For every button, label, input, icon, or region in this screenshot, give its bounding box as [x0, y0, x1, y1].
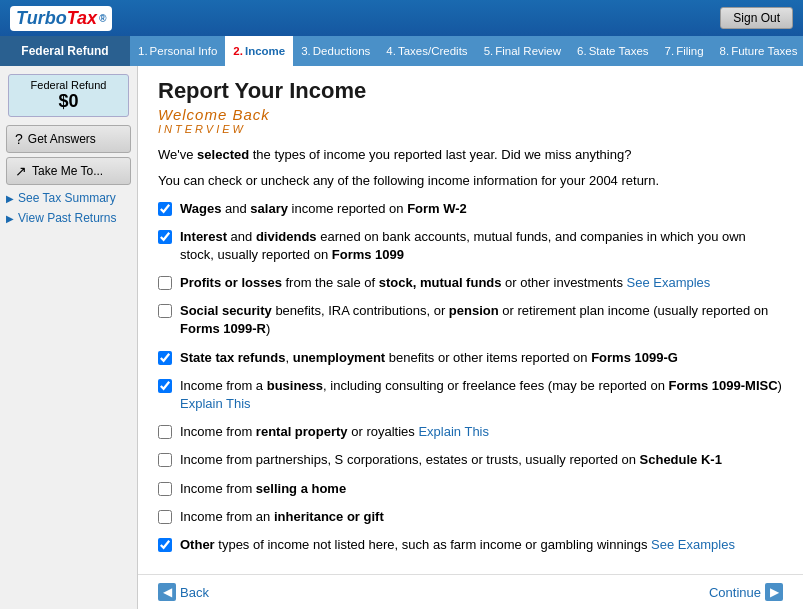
arrow-right-icon: ▶ — [6, 193, 14, 204]
tab-num: 3. — [301, 45, 311, 57]
list-item: Income from partnerships, S corporations… — [158, 451, 783, 469]
intro-text: We've selected the types of income you r… — [158, 145, 783, 165]
get-answers-button[interactable]: ? Get Answers — [6, 125, 131, 153]
continue-label: Continue — [709, 585, 761, 600]
arrow-right-icon: ▶ — [6, 213, 14, 224]
list-item: State tax refunds, unemployment benefits… — [158, 349, 783, 367]
wages-label[interactable]: Wages and salary income reported on Form… — [180, 200, 467, 218]
see-examples-link[interactable]: See Examples — [627, 275, 711, 290]
get-answers-label: Get Answers — [28, 132, 96, 146]
rental-checkbox[interactable] — [158, 425, 172, 439]
sign-out-button[interactable]: Sign Out — [720, 7, 793, 29]
tab-num: 6. — [577, 45, 587, 57]
logo-turbo: Turbo — [16, 8, 67, 28]
logo-tax: Tax — [67, 8, 97, 28]
logo-registered: ® — [99, 13, 106, 24]
state-refunds-label[interactable]: State tax refunds, unemployment benefits… — [180, 349, 678, 367]
tab-label: Income — [245, 45, 285, 57]
social-checkbox[interactable] — [158, 304, 172, 318]
tab-label: Final Review — [495, 45, 561, 57]
tab-label: Future Taxes — [731, 45, 797, 57]
list-item: Wages and salary income reported on Form… — [158, 200, 783, 218]
tab-final-review[interactable]: 5. Final Review — [476, 36, 569, 66]
tab-num: 4. — [386, 45, 396, 57]
partnerships-checkbox[interactable] — [158, 453, 172, 467]
tab-taxes-credits[interactable]: 4. Taxes/Credits — [378, 36, 475, 66]
selling-checkbox[interactable] — [158, 482, 172, 496]
partnerships-label[interactable]: Income from partnerships, S corporations… — [180, 451, 722, 469]
main-layout: Federal Refund $0 ? Get Answers ↗ Take M… — [0, 66, 803, 609]
business-checkbox[interactable] — [158, 379, 172, 393]
list-item: Income from an inheritance or gift — [158, 508, 783, 526]
profits-checkbox[interactable] — [158, 276, 172, 290]
tab-label: Taxes/Credits — [398, 45, 468, 57]
list-item: Other types of income not listed here, s… — [158, 536, 783, 554]
take-me-to-label: Take Me To... — [32, 164, 103, 178]
income-list: Wages and salary income reported on Form… — [158, 200, 783, 555]
continue-button[interactable]: Continue ▶ — [709, 583, 783, 601]
back-label: Back — [180, 585, 209, 600]
tab-personal-info[interactable]: 1. Personal Info — [130, 36, 225, 66]
social-label[interactable]: Social security benefits, IRA contributi… — [180, 302, 783, 338]
tab-income[interactable]: 2. Income — [225, 36, 293, 66]
list-item: Profits or losses from the sale of stock… — [158, 274, 783, 292]
profits-label[interactable]: Profits or losses from the sale of stock… — [180, 274, 710, 292]
rental-label[interactable]: Income from rental property or royalties… — [180, 423, 489, 441]
business-label[interactable]: Income from a business, including consul… — [180, 377, 783, 413]
sidebar: Federal Refund $0 ? Get Answers ↗ Take M… — [0, 66, 138, 609]
turbotax-logo: TurboTax ® — [10, 6, 112, 31]
tab-num: 5. — [484, 45, 494, 57]
tab-filing[interactable]: 7. Filing — [657, 36, 712, 66]
tab-num: 1. — [138, 45, 148, 57]
explain-this-link-rental[interactable]: Explain This — [418, 424, 489, 439]
question-icon: ? — [15, 131, 23, 147]
main-content: Report Your Income Welcome Back INTERVIE… — [138, 66, 803, 574]
arrow-icon: ↗ — [15, 163, 27, 179]
logo-text: TurboTax — [16, 8, 97, 29]
state-refunds-checkbox[interactable] — [158, 351, 172, 365]
see-tax-summary-label: See Tax Summary — [18, 191, 116, 205]
view-past-returns-label: View Past Returns — [18, 211, 117, 225]
sub-text: You can check or uncheck any of the foll… — [158, 173, 783, 188]
tab-num: 7. — [665, 45, 675, 57]
federal-refund-label: Federal Refund — [0, 36, 130, 66]
tab-num: 2. — [233, 45, 243, 57]
selling-label[interactable]: Income from selling a home — [180, 480, 346, 498]
other-label[interactable]: Other types of income not listed here, s… — [180, 536, 735, 554]
app-header: TurboTax ® Sign Out — [0, 0, 803, 36]
interest-checkbox[interactable] — [158, 230, 172, 244]
tab-label: State Taxes — [589, 45, 649, 57]
back-arrow-icon: ◀ — [158, 583, 176, 601]
inheritance-checkbox[interactable] — [158, 510, 172, 524]
nav-tabs: Federal Refund 1. Personal Info 2. Incom… — [0, 36, 803, 66]
interest-label[interactable]: Interest and dividends earned on bank ac… — [180, 228, 783, 264]
wages-checkbox[interactable] — [158, 202, 172, 216]
welcome-back: Welcome Back INTERVIEW — [158, 106, 783, 135]
explain-this-link[interactable]: Explain This — [180, 396, 251, 411]
tab-state-taxes[interactable]: 6. State Taxes — [569, 36, 656, 66]
refund-box: Federal Refund $0 — [8, 74, 129, 117]
tab-future-taxes[interactable]: 8. Future Taxes — [712, 36, 803, 66]
inheritance-label[interactable]: Income from an inheritance or gift — [180, 508, 384, 526]
list-item: Income from rental property or royalties… — [158, 423, 783, 441]
back-button[interactable]: ◀ Back — [158, 583, 209, 601]
content-area: Report Your Income Welcome Back INTERVIE… — [138, 66, 803, 609]
see-examples-other-link[interactable]: See Examples — [651, 537, 735, 552]
page-title: Report Your Income — [158, 78, 783, 104]
tab-label: Filing — [676, 45, 703, 57]
tab-deductions[interactable]: 3. Deductions — [293, 36, 378, 66]
list-item: Income from selling a home — [158, 480, 783, 498]
other-checkbox[interactable] — [158, 538, 172, 552]
see-tax-summary-link[interactable]: ▶ See Tax Summary — [6, 191, 131, 205]
footer: ◀ Back Continue ▶ — [138, 574, 803, 609]
list-item: Interest and dividends earned on bank ac… — [158, 228, 783, 264]
continue-arrow-icon: ▶ — [765, 583, 783, 601]
view-past-returns-link[interactable]: ▶ View Past Returns — [6, 211, 131, 225]
refund-amount: $0 — [13, 91, 124, 112]
refund-label: Federal Refund — [13, 79, 124, 91]
take-me-to-button[interactable]: ↗ Take Me To... — [6, 157, 131, 185]
list-item: Income from a business, including consul… — [158, 377, 783, 413]
interview-label: INTERVIEW — [158, 123, 783, 135]
list-item: Social security benefits, IRA contributi… — [158, 302, 783, 338]
tab-num: 8. — [720, 45, 730, 57]
